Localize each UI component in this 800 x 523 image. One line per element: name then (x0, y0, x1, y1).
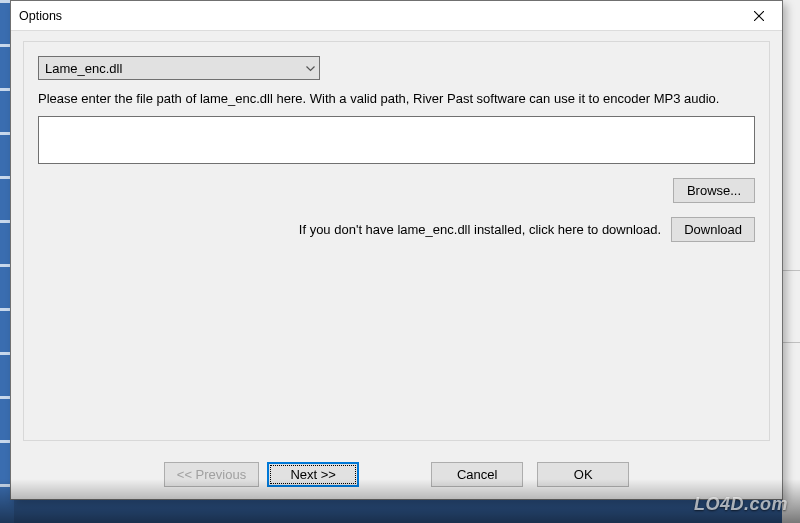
options-dialog: Options Lame_enc.dll Please enter the fi… (10, 0, 783, 500)
previous-button[interactable]: << Previous (164, 462, 259, 487)
watermark: LO4D.com (694, 494, 788, 515)
close-button[interactable] (736, 1, 782, 31)
titlebar: Options (11, 1, 782, 31)
ok-button[interactable]: OK (537, 462, 629, 487)
file-path-input[interactable] (38, 116, 755, 164)
titlebar-buttons (736, 1, 782, 30)
download-row: If you don't have lame_enc.dll installed… (38, 217, 755, 242)
chevron-down-icon (306, 63, 315, 74)
window-title: Options (11, 9, 62, 23)
download-button[interactable]: Download (671, 217, 755, 242)
groupbox: Lame_enc.dll Please enter the file path … (23, 41, 770, 441)
background-right (782, 0, 800, 523)
codec-dropdown-value: Lame_enc.dll (45, 61, 122, 76)
close-icon (754, 11, 764, 21)
codec-dropdown[interactable]: Lame_enc.dll (38, 56, 320, 80)
cancel-button[interactable]: Cancel (431, 462, 523, 487)
next-button[interactable]: Next >> (267, 462, 359, 487)
wizard-button-bar: << Previous Next >> Cancel OK (11, 462, 782, 487)
browse-row: Browse... (38, 178, 755, 203)
download-hint-text: If you don't have lame_enc.dll installed… (299, 222, 661, 237)
client-area: Lame_enc.dll Please enter the file path … (11, 31, 782, 499)
browse-button[interactable]: Browse... (673, 178, 755, 203)
instruction-text: Please enter the file path of lame_enc.d… (38, 90, 755, 108)
